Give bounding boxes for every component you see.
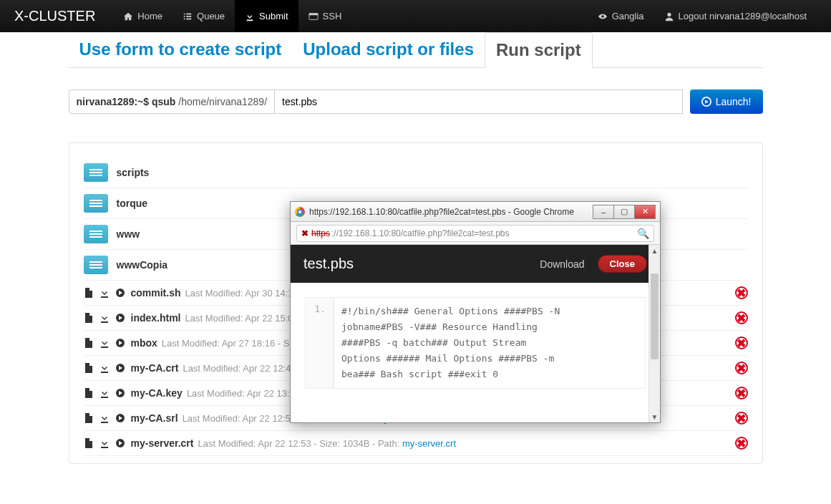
url-box[interactable]: ✖ https ://192.168.1.10:80/catfile.php?f…	[296, 225, 654, 242]
file-name[interactable]: my-CA.srl	[131, 412, 178, 424]
home-icon	[123, 11, 133, 21]
tabs: Use form to create script Upload script …	[69, 32, 763, 68]
scrollbar[interactable]: ▲ ▼	[648, 245, 660, 422]
run-icon[interactable]	[115, 363, 125, 373]
file-meta: Last Modified: Apr 30 14:17 -	[185, 288, 304, 299]
brand: X-CLUSTER	[14, 8, 95, 24]
list-icon	[183, 11, 193, 21]
nav-submit[interactable]: Submit	[235, 0, 298, 32]
eye-icon	[598, 11, 608, 21]
download-link[interactable]: Download	[540, 258, 584, 270]
nav-home[interactable]: Home	[113, 0, 172, 32]
nav-label: SSH	[323, 11, 342, 21]
download-icon	[245, 11, 255, 21]
nav-ssh[interactable]: SSH	[298, 0, 352, 32]
tab-run[interactable]: Run script	[485, 32, 593, 68]
code-area: 1. #!/bin/sh### General Options ####PBS …	[291, 283, 660, 403]
run-icon[interactable]	[115, 438, 125, 448]
delete-icon[interactable]: ✖	[735, 336, 748, 349]
folder-icon	[84, 163, 108, 182]
file-name[interactable]: mbox	[131, 337, 157, 349]
address-bar: ✖ https ://192.168.1.10:80/catfile.php?f…	[291, 222, 660, 245]
file-name[interactable]: commit.sh	[131, 287, 181, 299]
nav-label: Home	[137, 11, 162, 21]
launch-button[interactable]: Launch!	[690, 89, 763, 114]
scroll-down-icon[interactable]: ▼	[649, 411, 660, 422]
svg-rect-1	[186, 13, 191, 14]
scroll-thumb[interactable]	[651, 273, 659, 359]
download-icon[interactable]	[99, 363, 110, 373]
run-icon[interactable]	[115, 338, 125, 348]
svg-rect-5	[186, 18, 191, 19]
delete-icon[interactable]: ✖	[735, 286, 748, 299]
file-name[interactable]: my-CA.crt	[131, 362, 179, 374]
file-icon[interactable]	[84, 338, 94, 348]
maximize-button[interactable]: ▢	[613, 205, 635, 219]
svg-point-8	[667, 12, 671, 16]
scroll-up-icon[interactable]: ▲	[649, 245, 660, 256]
folder-icon	[84, 256, 108, 274]
file-name[interactable]: my-server.crt	[131, 437, 194, 449]
file-icon[interactable]	[84, 413, 94, 423]
file-icon[interactable]	[84, 438, 94, 448]
run-icon[interactable]	[115, 288, 125, 298]
download-icon[interactable]	[99, 338, 110, 348]
close-button[interactable]: Close	[598, 255, 647, 273]
run-icon[interactable]	[115, 413, 125, 423]
nav-logout[interactable]: Logout nirvana1289@localhost	[654, 11, 817, 21]
nav-label: Ganglia	[612, 11, 644, 21]
popup-body: test.pbs Download Close 1. #!/bin/sh### …	[291, 245, 660, 422]
file-icon[interactable]	[84, 288, 94, 298]
command-bar: nirvana1289:~$ qsub /home/nirvana1289/ L…	[69, 89, 763, 114]
file-meta: Last Modified: Apr 27 18:16 - Size:	[162, 338, 304, 349]
nav-main: Home Queue Submit SSH	[113, 0, 351, 32]
delete-icon[interactable]: ✖	[735, 362, 748, 374]
delete-icon[interactable]: ✖	[735, 387, 748, 399]
line-number: 1.	[306, 298, 334, 388]
file-name[interactable]: my-CA.key	[131, 387, 183, 399]
download-icon[interactable]	[99, 413, 110, 423]
download-icon[interactable]	[99, 313, 110, 323]
nav-label: Logout nirvana1289@localhost	[679, 11, 807, 21]
delete-icon[interactable]: ✖	[735, 437, 748, 450]
nav-queue[interactable]: Queue	[172, 0, 235, 32]
file-path-link[interactable]: my-server.crt	[402, 438, 456, 449]
window-titlebar[interactable]: https://192.168.1.10:80/catfile.php?file…	[291, 202, 660, 222]
popup-header: test.pbs Download Close	[291, 245, 660, 283]
prompt-text: nirvana1289:~$ qsub	[77, 96, 179, 107]
terminal-icon	[308, 11, 319, 21]
folder-name: www	[117, 228, 140, 240]
file-icon[interactable]	[84, 388, 94, 398]
url-rest: ://192.168.1.10:80/catfile.php?file2cat=…	[331, 228, 510, 238]
window-title: https://192.168.1.10:80/catfile.php?file…	[309, 207, 574, 217]
code-block: 1. #!/bin/sh### General Options ####PBS …	[305, 297, 646, 389]
file-icon[interactable]	[84, 313, 94, 323]
url-proto: https	[311, 228, 330, 238]
minimize-button[interactable]: –	[593, 205, 614, 219]
command-prefix: nirvana1289:~$ qsub /home/nirvana1289/	[69, 89, 276, 114]
folder-name: scripts	[117, 167, 150, 178]
delete-icon[interactable]: ✖	[735, 412, 748, 425]
folder-name: wwwCopia	[117, 259, 168, 271]
folder-row[interactable]: scripts	[84, 158, 748, 188]
download-icon[interactable]	[99, 388, 110, 398]
window-close-button[interactable]: ✕	[634, 205, 656, 219]
tab-form[interactable]: Use form to create script	[69, 32, 293, 67]
file-title: test.pbs	[303, 256, 354, 272]
folder-icon	[84, 194, 108, 213]
tab-upload[interactable]: Upload script or files	[292, 32, 485, 67]
chrome-icon	[295, 207, 305, 217]
run-icon[interactable]	[115, 313, 125, 323]
nav-label: Submit	[259, 11, 288, 21]
file-icon[interactable]	[84, 363, 94, 373]
download-icon[interactable]	[99, 438, 110, 448]
run-icon[interactable]	[115, 388, 125, 398]
download-icon[interactable]	[99, 288, 110, 298]
search-icon[interactable]: 🔍	[637, 228, 649, 239]
file-name[interactable]: index.html	[131, 312, 181, 324]
nav-ganglia[interactable]: Ganglia	[588, 11, 654, 21]
script-input[interactable]	[275, 89, 683, 114]
svg-rect-0	[184, 13, 185, 14]
top-nav: X-CLUSTER Home Queue Submit SSH Gang	[0, 0, 831, 32]
delete-icon[interactable]: ✖	[735, 311, 748, 324]
